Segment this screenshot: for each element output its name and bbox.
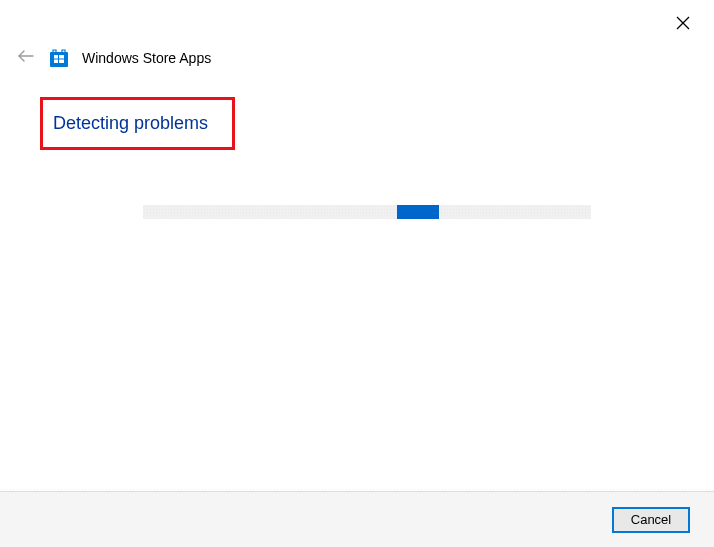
highlight-annotation: Detecting problems bbox=[40, 97, 235, 150]
close-button[interactable] bbox=[674, 16, 692, 34]
status-heading: Detecting problems bbox=[53, 113, 208, 134]
progress-bar-indicator bbox=[397, 205, 439, 219]
back-arrow-icon bbox=[17, 49, 35, 67]
progress-bar-track bbox=[143, 205, 591, 219]
svg-rect-7 bbox=[59, 60, 64, 64]
window-title: Windows Store Apps bbox=[82, 50, 211, 66]
back-button[interactable] bbox=[16, 48, 36, 68]
header: Windows Store Apps bbox=[16, 48, 211, 68]
svg-rect-5 bbox=[59, 55, 64, 59]
close-icon bbox=[676, 16, 690, 34]
svg-rect-4 bbox=[54, 55, 58, 59]
footer: Cancel bbox=[0, 491, 714, 547]
windows-store-icon bbox=[50, 49, 68, 67]
cancel-button[interactable]: Cancel bbox=[612, 507, 690, 533]
svg-rect-6 bbox=[54, 60, 58, 64]
